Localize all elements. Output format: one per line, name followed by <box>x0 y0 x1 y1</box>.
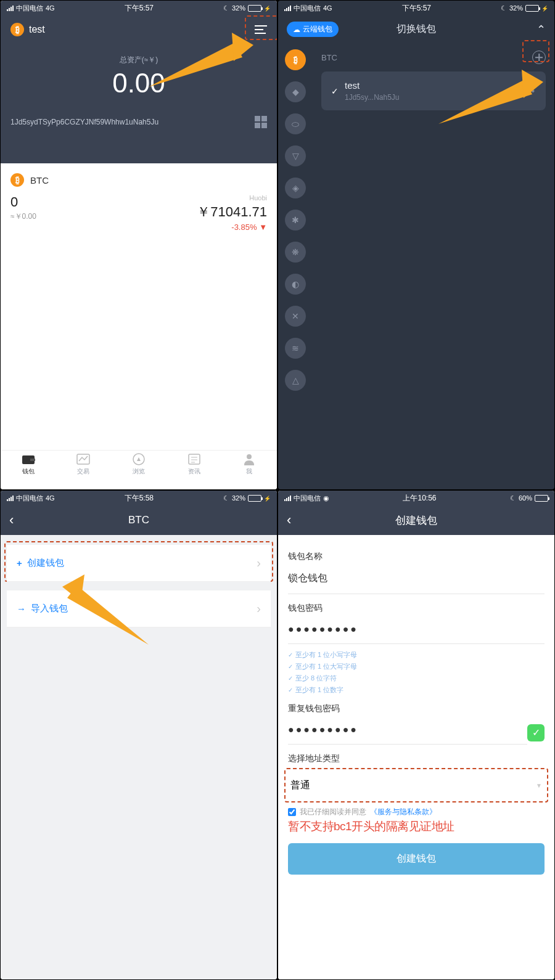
name-input[interactable]: 锁仓钱包 <box>288 568 545 594</box>
battery-icon <box>248 5 261 12</box>
section-title: BTC <box>321 53 337 62</box>
sidebar-coin-ada[interactable]: △ <box>285 370 306 391</box>
coin-fiat: ≈￥0.00 <box>10 211 36 222</box>
password-rules: 至少有 1 位小写字母 至少有 1 位大写字母 至少 8 位字符 至少有 1 位… <box>288 650 545 695</box>
more-icon[interactable]: ••• <box>522 86 536 97</box>
clock: 下午5:57 <box>402 3 431 14</box>
plus-icon: + <box>17 558 22 568</box>
sidebar-coin-bnb[interactable]: ◈ <box>285 178 306 198</box>
status-bar: 中国电信4G 下午5:57 32% <box>278 1 554 15</box>
network: 4G <box>323 4 332 12</box>
name-label: 钱包名称 <box>288 551 545 562</box>
wallet-card[interactable]: test 1Jd5sy...Nah5Ju ••• <box>321 71 546 110</box>
sidebar-coin-dot[interactable]: ❋ <box>285 242 306 263</box>
chevron-right-icon: › <box>257 556 261 570</box>
sidebar-coin-trx[interactable]: ▽ <box>285 145 306 166</box>
back-icon[interactable]: ‹ <box>9 512 14 528</box>
wallet-address[interactable]: 1Jd5sydTSyPp6CGZYJNf59Whhw1uNah5Ju <box>10 118 158 126</box>
cloud-wallet-badge[interactable]: ☁ 云端钱包 <box>287 22 339 37</box>
svg-rect-3 <box>30 459 35 461</box>
password2-label: 重复钱包密码 <box>288 703 545 714</box>
rule-item: 至少 8 位字符 <box>288 674 545 683</box>
charge-icon <box>264 494 271 502</box>
tab-me[interactable]: 我 <box>221 453 277 489</box>
import-wallet-label: 导入钱包 <box>31 603 68 615</box>
coin-balance: 0 <box>10 194 36 210</box>
tab-wallet[interactable]: 钱包 <box>1 453 56 489</box>
status-bar: 中国电信4G 下午5:57 32% <box>1 1 277 15</box>
create-wallet-item[interactable]: + 创建钱包 › <box>7 545 271 582</box>
svg-rect-7 <box>189 454 200 464</box>
dropdown-icon: ▼ <box>536 782 542 789</box>
assets-amount: 0.00 <box>10 68 267 99</box>
network: 4G <box>46 494 55 502</box>
sidebar-coin-btc[interactable]: ₿ <box>285 49 306 70</box>
collapse-icon[interactable]: ⌃ <box>536 23 546 36</box>
carrier: 中国电信 <box>16 4 43 13</box>
sidebar-coin-eth[interactable]: ◆ <box>285 81 306 102</box>
sidebar-coin-ont[interactable]: ◐ <box>285 274 306 295</box>
bitcoin-icon: ₿ <box>10 173 24 187</box>
create-wallet-button[interactable]: 创建钱包 <box>288 843 545 875</box>
addr-type-label: 选择地址类型 <box>288 753 545 764</box>
person-icon <box>242 453 256 465</box>
price-source: Huobi <box>197 194 267 202</box>
chevron-right-icon: › <box>257 602 261 616</box>
sidebar-coin-zil[interactable]: ≋ <box>285 338 306 359</box>
rule-item: 至少有 1 位数字 <box>288 685 545 695</box>
sidebar-coin-eos[interactable]: ⬭ <box>285 113 306 134</box>
tab-browse[interactable]: 浏览 <box>111 453 166 489</box>
page-title: BTC <box>128 514 149 526</box>
network: 4G <box>46 4 55 12</box>
back-icon[interactable]: ‹ <box>287 512 291 528</box>
moon-icon <box>510 494 516 502</box>
sidebar-coin-xrp[interactable]: ✕ <box>285 306 306 327</box>
sidebar-coin-atom[interactable]: ✱ <box>285 210 306 231</box>
password-input[interactable]: ●●●●●●●●● <box>288 620 545 644</box>
wallet-card-name: test <box>345 80 522 91</box>
create-wallet-label: 创建钱包 <box>27 557 64 569</box>
wallet-card-addr: 1Jd5sy...Nah5Ju <box>345 93 522 102</box>
coin-change: -3.85% ▼ <box>197 223 267 232</box>
news-icon <box>187 453 201 465</box>
status-bar: 中国电信◉ 上午10:56 60% <box>278 491 554 505</box>
chart-icon <box>76 453 90 465</box>
battery-icon <box>535 495 548 502</box>
clock: 下午5:58 <box>125 493 154 504</box>
nav-bar: ‹ BTC <box>1 505 277 535</box>
password-label: 钱包密码 <box>288 603 545 614</box>
wallet-name: test <box>29 24 45 35</box>
wallet-icon <box>22 453 35 465</box>
qr-icon[interactable] <box>255 116 267 128</box>
terms-link[interactable]: 《服务与隐私条款》 <box>370 807 437 817</box>
charge-icon <box>264 4 271 12</box>
agree-checkbox[interactable] <box>288 808 296 816</box>
coin-price: ￥71041.71 <box>197 203 267 221</box>
arrow-right-icon: → <box>17 603 26 614</box>
coin-sidebar: ₿ ◆ ⬭ ▽ ◈ ✱ ❋ ◐ ✕ ≋ △ <box>278 43 313 489</box>
import-wallet-item[interactable]: → 导入钱包 › <box>7 590 271 627</box>
password2-input[interactable]: ●●●●●●●●● <box>288 721 527 745</box>
assets-label: 总资产(≈￥) <box>10 55 267 65</box>
moon-icon <box>223 4 229 12</box>
warning-text: 暂不支持bc1开头的隔离见证地址 <box>288 819 545 835</box>
signal-icon <box>284 6 291 11</box>
battery-pct: 32% <box>232 4 245 12</box>
tab-news[interactable]: 资讯 <box>166 453 222 489</box>
agree-row[interactable]: 我已仔细阅读并同意 《服务与隐私条款》 <box>288 807 545 817</box>
add-wallet-icon[interactable] <box>532 51 546 64</box>
clock: 下午5:57 <box>125 3 154 14</box>
page-title: 创建钱包 <box>395 513 437 528</box>
menu-icon[interactable] <box>255 25 267 34</box>
tab-trade[interactable]: 交易 <box>56 453 112 489</box>
addr-type-select[interactable]: 普通 ▼ <box>288 770 545 801</box>
clock: 上午10:56 <box>403 493 436 504</box>
compass-icon <box>132 453 146 465</box>
carrier: 中国电信 <box>294 494 321 503</box>
screen-btc-menu: 中国电信4G 下午5:58 32% ‹ BTC + 创建钱包 › → 导入钱包 … <box>1 491 277 979</box>
battery-pct: 32% <box>232 494 245 502</box>
signal-icon <box>7 6 14 11</box>
coin-row[interactable]: 0 ≈￥0.00 Huobi ￥71041.71 -3.85% ▼ <box>10 194 267 232</box>
agree-text: 我已仔细阅读并同意 <box>300 807 366 817</box>
carrier: 中国电信 <box>16 494 43 503</box>
